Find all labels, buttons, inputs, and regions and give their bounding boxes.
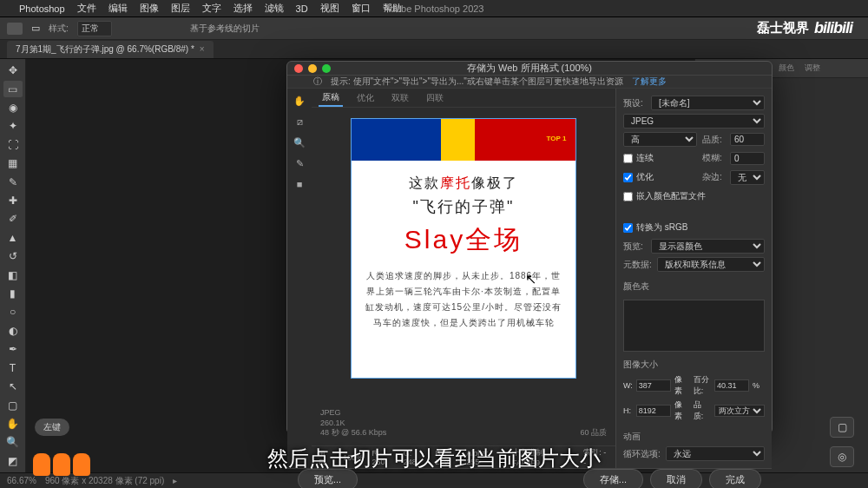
close-icon[interactable]: × <box>200 44 205 54</box>
menu-select[interactable]: 选择 <box>233 2 253 15</box>
lasso-tool-icon[interactable]: ◉ <box>3 100 23 115</box>
resample-select[interactable]: 两次立方 <box>714 405 765 417</box>
watermark-text: 磊士视界 <box>757 20 809 36</box>
preview-column: 原稿 优化 双联 四联 TOP 1 这款摩托像极了 "飞行的子弹" Slay全场 <box>312 89 615 468</box>
zoom-tool-icon[interactable]: 🔍 <box>3 434 23 450</box>
color-swatch-icon[interactable]: ◩ <box>3 453 23 469</box>
tab-color[interactable]: 颜色 <box>773 63 799 74</box>
dialog-tools: ✋ ⧄ 🔍 ✎ ■ <box>287 89 312 468</box>
optimized-checkbox[interactable] <box>623 173 633 182</box>
style-select[interactable]: 正常 <box>77 21 112 36</box>
w-label: W: <box>623 381 633 390</box>
preview-label: 预览: <box>623 241 646 253</box>
settings-panel: 预设: [未命名] JPEG 高 品质: 连续 模糊: 优化 杂边: 无 嵌入颜… <box>615 89 772 468</box>
matte-select[interactable]: 无 <box>730 170 765 185</box>
width-input[interactable] <box>636 379 671 392</box>
menu-image[interactable]: 图像 <box>140 2 159 15</box>
learn-more-link[interactable]: 了解更多 <box>632 76 667 88</box>
progressive-checkbox[interactable] <box>623 154 633 163</box>
wand-tool-icon[interactable]: ✦ <box>3 118 23 134</box>
watermark: 磊士视界 bilibili <box>757 19 852 37</box>
history-brush-icon[interactable]: ↺ <box>3 248 23 264</box>
dodge-tool-icon[interactable]: ◐ <box>3 323 23 339</box>
stamp-tool-icon[interactable]: ▲ <box>3 230 23 246</box>
minimize-window-icon[interactable] <box>308 64 317 73</box>
frame-tool-icon[interactable]: ▦ <box>3 155 23 171</box>
menu-window[interactable]: 窗口 <box>352 2 371 15</box>
document-tab[interactable]: 7月第1期_飞行的子弹.jpg @ 66.7%(RGB/8#) * × <box>7 41 214 58</box>
quality-input[interactable] <box>730 133 765 146</box>
close-window-icon[interactable] <box>294 64 303 73</box>
info-icon: ⓘ <box>313 76 322 88</box>
heal-tool-icon[interactable]: ✚ <box>3 193 23 208</box>
menu-view[interactable]: 视图 <box>320 2 339 15</box>
tab-4up[interactable]: 四联 <box>423 90 447 106</box>
image-paragraph: 人类追求速度的脚步，从未止步。1886年，世界上第一辆三轮汽车由卡尔·本茨制造，… <box>362 268 565 331</box>
height-input[interactable] <box>636 405 671 417</box>
zoom-level[interactable]: 66.67% <box>7 476 36 485</box>
quality-preset-select[interactable]: 高 <box>623 132 697 147</box>
avatar-icon <box>33 453 90 476</box>
tv-icon[interactable]: ▢ <box>830 417 854 438</box>
preview-select[interactable]: 显示器颜色 <box>651 239 765 254</box>
color-swatch-icon[interactable]: ■ <box>291 175 308 193</box>
menu-edit[interactable]: 编辑 <box>108 2 128 15</box>
type-tool-icon[interactable]: T <box>3 360 23 376</box>
app-name[interactable]: Photoshop <box>19 3 65 14</box>
loop-label: 循环选项: <box>623 448 661 460</box>
hand-tool-icon[interactable]: ✋ <box>3 416 23 432</box>
camera-icon[interactable]: ◎ <box>830 446 854 467</box>
embed-profile-checkbox[interactable] <box>623 192 633 201</box>
hand-tool-icon[interactable]: ✋ <box>291 92 308 109</box>
gradient-tool-icon[interactable]: ▮ <box>3 286 23 301</box>
shape-tool-icon[interactable]: ▢ <box>3 397 23 412</box>
tab-optimized[interactable]: 优化 <box>353 90 378 106</box>
home-button[interactable] <box>7 23 23 35</box>
crop-icon[interactable]: ▭ <box>31 23 40 34</box>
chevron-right-icon[interactable]: ▸ <box>173 476 177 485</box>
tab-adjust[interactable]: 调整 <box>799 63 825 74</box>
tab-original[interactable]: 原稿 <box>319 89 343 107</box>
menu-layer[interactable]: 图层 <box>171 2 190 15</box>
eyedropper-tool-icon[interactable]: ✎ <box>291 155 308 172</box>
pen-tool-icon[interactable]: ✒ <box>3 341 23 357</box>
marquee-tool-icon[interactable]: ▭ <box>3 81 23 96</box>
metadata-select[interactable]: 版权和联系信息 <box>657 257 765 272</box>
preview-image[interactable]: TOP 1 这款摩托像极了 "飞行的子弹" Slay全场 人类追求速度的脚步，从… <box>351 118 576 379</box>
blur-input[interactable] <box>730 152 765 165</box>
dialog-title: 存储为 Web 所用格式 (100%) <box>467 62 592 75</box>
menu-3d[interactable]: 3D <box>296 3 308 14</box>
menu-file[interactable]: 文件 <box>77 2 96 15</box>
preview-area[interactable]: TOP 1 这款摩托像极了 "飞行的子弹" Slay全场 人类追求速度的脚步，从… <box>312 108 615 445</box>
path-tool-icon[interactable]: ↖ <box>3 379 23 394</box>
percent-input[interactable] <box>714 379 749 392</box>
zoom-tool-icon[interactable]: 🔍 <box>291 134 308 151</box>
quality-label: 品质: <box>702 134 725 146</box>
done-button[interactable]: 完成 <box>709 469 761 488</box>
tab-2up[interactable]: 双联 <box>388 90 412 106</box>
eraser-tool-icon[interactable]: ◧ <box>3 267 23 282</box>
eyedropper-tool-icon[interactable]: ✎ <box>3 174 23 189</box>
pct-unit: % <box>753 381 765 390</box>
dialog-titlebar[interactable]: 存储为 Web 所用格式 (100%) <box>287 62 772 76</box>
crop-tool-icon[interactable]: ⛶ <box>3 137 23 153</box>
blur-tool-icon[interactable]: ○ <box>3 304 23 320</box>
brush-tool-icon[interactable]: ✐ <box>3 211 23 227</box>
colortable-box[interactable] <box>623 300 765 352</box>
maximize-window-icon[interactable] <box>322 64 331 73</box>
move-tool-icon[interactable]: ✥ <box>3 63 23 78</box>
loop-select[interactable]: 永远 <box>666 446 765 461</box>
document-tab-label: 7月第1期_飞行的子弹.jpg @ 66.7%(RGB/8#) * <box>16 43 194 56</box>
options-bar: ▭ 样式: 正常 基于参考线的切片 <box>0 17 868 40</box>
slice-option[interactable]: 基于参考线的切片 <box>190 23 260 35</box>
convert-srgb-checkbox[interactable] <box>623 223 633 233</box>
top1-badge: TOP 1 <box>544 126 569 150</box>
slice-tool-icon[interactable]: ⧄ <box>291 113 308 130</box>
menu-filter[interactable]: 滤镜 <box>265 2 284 15</box>
preset-select[interactable]: [未命名] <box>651 96 765 110</box>
menu-type[interactable]: 文字 <box>202 2 221 15</box>
format-select[interactable]: JPEG <box>623 114 765 129</box>
cancel-button[interactable]: 取消 <box>650 469 702 488</box>
anim-label: 动画 <box>623 431 765 443</box>
metadata-label: 元数据: <box>623 259 652 271</box>
